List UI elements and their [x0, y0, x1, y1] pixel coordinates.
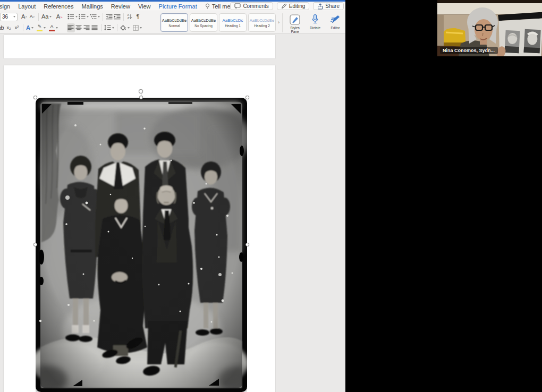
tab-review[interactable]: Review: [111, 3, 130, 10]
dictate-button[interactable]: Dictate: [305, 13, 325, 30]
style-chip-normal[interactable]: AaBbCcDdEe Normal: [160, 13, 188, 32]
style-preview: AaBbCcDdEe: [162, 18, 187, 23]
font-color-button[interactable]: A: [48, 23, 58, 32]
style-name: Heading 2: [254, 24, 270, 28]
tab-design-partial[interactable]: sign: [0, 3, 10, 10]
strikethrough-button[interactable]: ab: [0, 23, 5, 32]
ribbon: 36 A˄ A˅ Aa A ab x₂ x² A ✎: [0, 11, 345, 34]
align-right-icon: [83, 25, 90, 30]
style-preview: AaBbCcDdEe: [250, 18, 274, 23]
page-1[interactable]: [4, 35, 275, 58]
line-spacing-button[interactable]: [104, 23, 115, 32]
chevron-down-icon: [31, 27, 33, 29]
lightbulb-icon: [205, 3, 210, 10]
chevron-down-icon: [49, 16, 52, 18]
style-name: Normal: [169, 24, 180, 28]
styles-pane-icon: [289, 14, 301, 25]
font-size-input[interactable]: 36: [0, 13, 18, 21]
show-paragraph-marks-button[interactable]: ¶: [134, 12, 142, 21]
align-center-button[interactable]: [75, 23, 83, 32]
chevron-down-icon: [128, 27, 130, 29]
align-left-icon: [67, 25, 74, 30]
comment-bubble-icon: [234, 3, 241, 9]
justify-button[interactable]: [91, 23, 99, 32]
outdent-icon: [106, 14, 113, 20]
multilevel-list-button[interactable]: [89, 12, 100, 21]
resize-handle-middle-left[interactable]: [33, 243, 37, 246]
tab-mailings[interactable]: Mailings: [81, 3, 103, 10]
rotation-handle[interactable]: [139, 89, 143, 93]
grow-font-button[interactable]: A˄: [20, 12, 28, 21]
font-size-value: 36: [2, 14, 8, 20]
chevron-down-icon: [112, 27, 114, 29]
font-group: 36 A˄ A˅ Aa A ab x₂ x² A ✎: [0, 11, 67, 33]
paint-bucket-icon: [120, 25, 126, 31]
share-icon: [317, 3, 323, 10]
share-button[interactable]: Share: [313, 2, 344, 10]
justify-icon: [91, 25, 98, 30]
gallery-more-button[interactable]: ›: [278, 20, 280, 25]
resize-handle-top-middle[interactable]: [139, 96, 143, 99]
sort-button[interactable]: AZ: [126, 12, 134, 21]
comments-button[interactable]: Comments: [230, 2, 273, 10]
numbering-button[interactable]: [78, 12, 89, 21]
style-chip-heading2[interactable]: AaBbCcDdEe Heading 2: [248, 13, 276, 32]
borders-grid-icon: [133, 25, 139, 31]
tab-picture-format[interactable]: Picture Format: [159, 3, 197, 10]
numbered-list-icon: [79, 14, 86, 20]
align-right-button[interactable]: [83, 23, 91, 32]
tab-layout[interactable]: Layout: [18, 3, 36, 10]
shrink-font-button[interactable]: A˅: [28, 12, 36, 21]
text-effects-button[interactable]: A: [26, 23, 34, 32]
window-accent-line: [0, 0, 345, 2]
document-canvas: [0, 34, 345, 392]
chevron-down-icon: [13, 16, 15, 18]
shading-button[interactable]: [120, 23, 130, 32]
resize-handle-middle-right[interactable]: [245, 243, 249, 246]
align-left-button[interactable]: [67, 23, 75, 32]
subscript-button[interactable]: x₂: [5, 23, 13, 32]
borders-button[interactable]: [132, 23, 142, 32]
chevron-down-icon: [98, 16, 100, 18]
pencil-icon: [281, 3, 287, 9]
share-label: Share: [325, 3, 340, 9]
down-arrow-icon: [129, 14, 132, 20]
decrease-indent-button[interactable]: [105, 12, 113, 21]
video-participant-tile[interactable]: Nina Conomos, Sydn...: [437, 0, 542, 56]
chevron-down-icon: [75, 16, 78, 18]
style-name: Heading 1: [225, 24, 241, 28]
editing-label: Editing: [289, 3, 306, 9]
superscript-button[interactable]: x²: [13, 23, 21, 32]
word-window: sign Layout References Mailings Review V…: [0, 0, 345, 392]
style-chip-no-spacing[interactable]: AaBbCcDdEe No Spacing: [190, 13, 217, 32]
editing-button[interactable]: Editing: [277, 2, 310, 10]
highlight-button[interactable]: ✎: [36, 23, 46, 32]
align-center-icon: [75, 25, 82, 30]
microphone-icon: [311, 14, 319, 25]
editor-button[interactable]: Editor: [325, 13, 345, 30]
clear-formatting-button[interactable]: A: [55, 12, 63, 21]
menu-tabs: sign Layout References Mailings Review V…: [0, 3, 230, 10]
style-gallery: AaBbCcDdEe Normal AaBbCcDdEe No Spacing …: [160, 11, 345, 33]
multilevel-list-icon: [90, 14, 97, 20]
participant-name-label: Nina Conomos, Sydn...: [440, 47, 498, 54]
style-chip-heading1[interactable]: AaBbCcDc Heading 1: [219, 13, 247, 32]
bullets-button[interactable]: [67, 12, 78, 21]
increase-indent-button[interactable]: [113, 12, 121, 21]
editor-label: Editor: [331, 26, 340, 30]
bullet-list-icon: [67, 14, 74, 20]
tab-tell-me[interactable]: Tell me: [205, 3, 231, 10]
chevron-down-icon: [140, 27, 142, 29]
inserted-photo[interactable]: [36, 98, 247, 392]
resize-handle-top-right[interactable]: [245, 96, 249, 99]
style-preview: AaBbCcDc: [222, 18, 243, 23]
tab-view[interactable]: View: [138, 3, 151, 10]
style-preview: AaBbCcDdEe: [191, 18, 216, 23]
styles-pane-label: Styles Pane: [290, 26, 300, 34]
tab-references[interactable]: References: [44, 3, 73, 10]
change-case-button[interactable]: Aa: [41, 12, 52, 21]
paragraph-group: AZ ¶: [67, 11, 160, 33]
styles-pane-button[interactable]: Styles Pane: [285, 13, 305, 34]
desktop-background: [345, 0, 542, 392]
resize-handle-top-left[interactable]: [33, 96, 37, 99]
